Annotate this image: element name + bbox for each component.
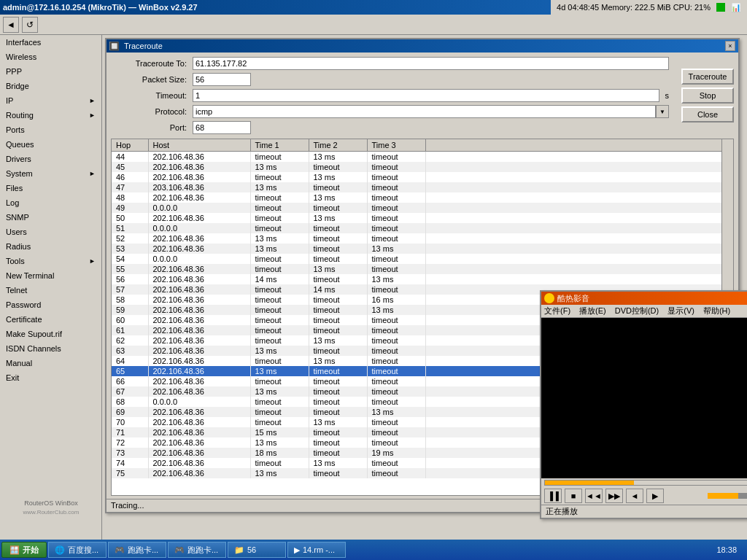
table-row[interactable]: 48202.106.48.36timeout13 mstimeout: [112, 192, 733, 203]
media-status-text: 正在播放: [546, 506, 578, 517]
cell-t3: timeout: [367, 468, 425, 478]
sidebar-item-isdn-channels[interactable]: ISDN Channels: [0, 341, 101, 356]
cell-t3: timeout: [367, 417, 425, 427]
sidebar-item-files[interactable]: Files: [0, 181, 101, 195]
table-row[interactable]: 53202.106.48.3613 mstimeout13 ms: [112, 244, 733, 254]
sidebar-item-tools[interactable]: Tools►: [0, 254, 101, 268]
cell-t2: timeout: [309, 386, 367, 397]
cell-host: 202.106.48.36: [148, 162, 250, 172]
sidebar-item-radius[interactable]: Radius: [0, 239, 101, 254]
sidebar-item-manual[interactable]: Manual: [0, 356, 101, 370]
media-volume-bar[interactable]: [708, 493, 747, 499]
traceroute-close-button[interactable]: ×: [725, 41, 735, 51]
taskbar-item-icon: ▶: [294, 545, 300, 555]
cell-t3: timeout: [367, 284, 425, 295]
media-rewind-button[interactable]: ◄: [626, 489, 643, 503]
sidebar-item-wireless[interactable]: Wireless: [0, 50, 101, 64]
sidebar-item-ppp[interactable]: PPP: [0, 64, 101, 79]
taskbar-item[interactable]: ▶14.rm -...: [287, 542, 346, 558]
sidebar-item-password[interactable]: Password: [0, 298, 101, 312]
sidebar-item-certificate[interactable]: Certificate: [0, 312, 101, 327]
table-row[interactable]: 56202.106.48.3614 mstimeout13 ms: [112, 274, 733, 284]
cell-host: 202.106.48.36: [148, 468, 250, 478]
cell-empty: [425, 223, 733, 233]
media-menu-help[interactable]: 帮助(H): [703, 306, 730, 316]
cell-t1: 15 ms: [250, 427, 309, 438]
media-next-button[interactable]: ▶▶: [605, 489, 623, 503]
traceroute-icon: 🔲: [109, 42, 118, 50]
taskbar-item-label: 56: [247, 545, 256, 554]
content-area: 🔲 Traceroute × Traceroute To: Packet Siz…: [102, 35, 747, 560]
table-row[interactable]: 45202.106.48.3613 mstimeouttimeout: [112, 162, 733, 172]
table-row[interactable]: 44202.106.48.36timeout13 mstimeout: [112, 152, 733, 163]
sidebar-item-ip[interactable]: IP►: [0, 93, 101, 108]
sidebar-item-drivers[interactable]: Drivers: [0, 152, 101, 166]
cell-host: 203.106.48.36: [148, 182, 250, 192]
sidebar-item-log[interactable]: Log: [0, 195, 101, 210]
refresh-button[interactable]: ↺: [22, 17, 38, 33]
cell-t3: timeout: [367, 376, 425, 386]
cell-t2: 13 ms: [309, 356, 367, 366]
table-row[interactable]: 510.0.0.0timeouttimeouttimeout: [112, 223, 733, 233]
close-traceroute-button[interactable]: Close: [681, 106, 734, 122]
sidebar-item-routing[interactable]: Routing►: [0, 108, 101, 122]
media-menu-file[interactable]: 文件(F): [544, 306, 570, 316]
port-input[interactable]: [193, 121, 251, 134]
back-button[interactable]: ◄: [3, 17, 19, 33]
taskbar-item[interactable]: 🌐百度搜...: [48, 542, 107, 558]
table-row[interactable]: 50202.106.48.36timeout13 mstimeout: [112, 213, 733, 223]
packet-size-input[interactable]: [193, 73, 251, 86]
sidebar-item-exit[interactable]: Exit: [0, 370, 101, 385]
media-menu-play[interactable]: 播放(E): [579, 306, 606, 316]
cell-t1: 13 ms: [250, 162, 309, 172]
cell-t3: timeout: [367, 264, 425, 274]
sidebar-item-system[interactable]: System►: [0, 166, 101, 181]
cell-host: 202.106.48.36: [148, 233, 250, 244]
sidebar-item-users[interactable]: Users: [0, 225, 101, 239]
sidebar-label: Telnet: [6, 286, 27, 295]
sidebar-item-new-terminal[interactable]: New Terminal: [0, 268, 101, 283]
taskbar-item[interactable]: 🎮跑跑卡...: [168, 542, 226, 558]
cell-t2: timeout: [309, 448, 367, 458]
cell-t3: timeout: [367, 397, 425, 407]
media-forward-button[interactable]: ▶: [646, 489, 664, 503]
traceroute-to-input[interactable]: [193, 57, 669, 70]
protocol-dropdown-button[interactable]: ▼: [656, 105, 669, 118]
media-seekbar[interactable]: [544, 480, 747, 486]
table-row[interactable]: 46202.106.48.36timeout13 mstimeout: [112, 172, 733, 182]
traceroute-button[interactable]: Traceroute: [681, 69, 734, 85]
start-button[interactable]: 🪟 开始: [1, 542, 47, 558]
media-prev-button[interactable]: ◄◄: [585, 489, 603, 503]
media-stop-button[interactable]: ■: [565, 489, 582, 503]
cell-t2: timeout: [309, 407, 367, 417]
protocol-input[interactable]: [193, 105, 656, 118]
sidebar-item-interfaces[interactable]: Interfaces: [0, 35, 101, 50]
sidebar-item-ports[interactable]: Ports: [0, 122, 101, 137]
sidebar-item-bridge[interactable]: Bridge: [0, 79, 101, 93]
media-play-pause-button[interactable]: ▐▐: [544, 489, 562, 503]
table-row[interactable]: 540.0.0.0timeouttimeouttimeout: [112, 254, 733, 264]
taskbar-item[interactable]: 📁56: [228, 542, 286, 558]
sidebar-item-queues[interactable]: Queues: [0, 137, 101, 152]
table-row[interactable]: 490.0.0.0timeouttimeouttimeout: [112, 203, 733, 213]
status-text: 4d 04:48:45 Memory: 222.5 MiB CPU: 21%: [557, 3, 711, 12]
table-row[interactable]: 47203.106.48.3613 mstimeouttimeout: [112, 182, 733, 192]
table-row[interactable]: 55202.106.48.36timeout13 mstimeout: [112, 264, 733, 274]
traceroute-action-buttons: Traceroute Stop Close: [681, 69, 734, 122]
sidebar-arrow-icon: ►: [89, 112, 96, 119]
stop-button[interactable]: Stop: [681, 88, 734, 104]
sidebar-item-make-supout.rif[interactable]: Make Supout.rif: [0, 327, 101, 341]
taskbar-item[interactable]: 🎮跑跑卡...: [108, 542, 166, 558]
media-menu-dvd[interactable]: DVD控制(D): [615, 306, 659, 316]
cell-t2: timeout: [309, 233, 367, 244]
table-row[interactable]: 52202.106.48.3613 mstimeouttimeout: [112, 233, 733, 244]
cell-t3: timeout: [367, 335, 425, 346]
timeout-input[interactable]: [193, 89, 659, 102]
cell-t1: 13 ms: [250, 346, 309, 356]
cell-host: 0.0.0.0: [148, 397, 250, 407]
cell-host: 202.106.48.36: [148, 386, 250, 397]
cell-t2: timeout: [309, 274, 367, 284]
media-menu-display[interactable]: 显示(V): [667, 306, 694, 316]
sidebar-item-telnet[interactable]: Telnet: [0, 283, 101, 298]
sidebar-item-snmp[interactable]: SNMP: [0, 210, 101, 225]
